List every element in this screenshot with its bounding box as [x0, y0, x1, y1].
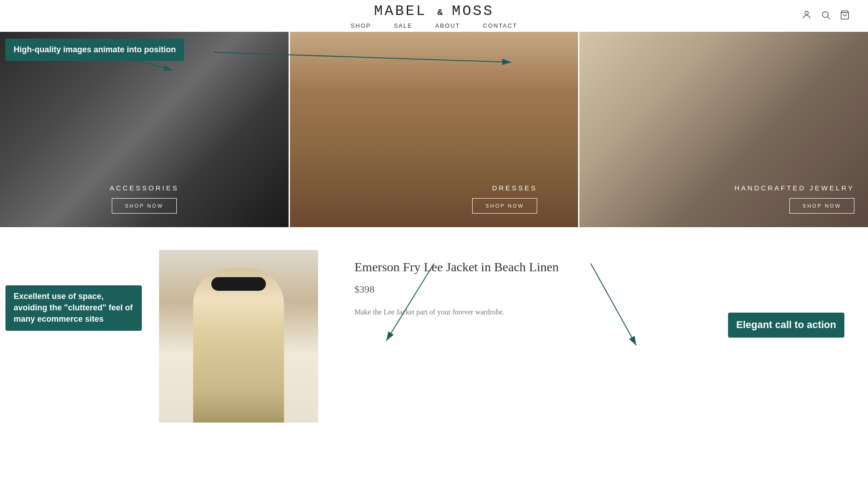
search-icon[interactable]	[821, 10, 831, 22]
main-nav: SHOP SALE ABOUT CONTACT	[351, 22, 518, 29]
hero-title-accessories: ACCESSORIES	[110, 184, 179, 192]
nav-shop[interactable]: SHOP	[351, 22, 371, 29]
site-header: MABEL & MOSS SHOP SALE ABOUT CONTACT	[0, 0, 868, 32]
hero-col-dresses: DRESSES SHOP NOW	[290, 32, 579, 227]
hero-content-accessories: ACCESSORIES SHOP NOW	[14, 184, 275, 214]
cart-icon[interactable]	[840, 10, 850, 22]
hero-btn-dresses[interactable]: SHOP NOW	[472, 198, 537, 214]
hero-col-jewelry: HANDCRAFTED JEWELRY SHOP NOW	[579, 32, 868, 227]
hero-divider-2	[578, 32, 579, 227]
nav-sale[interactable]: SALE	[394, 22, 412, 29]
annotation-images: High-quality images animate into positio…	[5, 39, 184, 61]
account-icon[interactable]	[802, 10, 812, 22]
svg-point-0	[805, 11, 808, 14]
product-price: $398	[354, 284, 709, 295]
annotation-cta: Elegant call to action	[728, 313, 844, 338]
logo-amp: &	[437, 7, 452, 18]
svg-line-2	[828, 17, 830, 19]
hero-content-dresses: DRESSES SHOP NOW	[304, 184, 565, 214]
hero-content-jewelry: HANDCRAFTED JEWELRY SHOP NOW	[593, 184, 854, 214]
logo-text-2: MOSS	[452, 3, 494, 20]
hero-section: ACCESSORIES SHOP NOW DRESSES SHOP NOW HA…	[0, 32, 868, 227]
product-info: Emerson Fry Lee Jacket in Beach Linen $3…	[354, 250, 709, 318]
site-logo: MABEL & MOSS	[374, 3, 494, 20]
hero-btn-jewelry[interactable]: SHOP NOW	[789, 198, 854, 214]
product-sunglasses-shape	[211, 277, 266, 291]
hero-title-dresses: DRESSES	[492, 184, 538, 192]
hero-title-jewelry: HANDCRAFTED JEWELRY	[734, 184, 854, 192]
annotation-space: Excellent use of space, avoiding the "cl…	[5, 285, 142, 331]
product-image	[159, 250, 318, 423]
nav-contact[interactable]: CONTACT	[483, 22, 518, 29]
product-title: Emerson Fry Lee Jacket in Beach Linen	[354, 259, 709, 275]
hero-col-accessories: ACCESSORIES SHOP NOW	[0, 32, 289, 227]
product-person-shape	[193, 268, 284, 423]
header-right	[759, 10, 850, 22]
logo-text-1: MABEL	[374, 3, 427, 20]
hero-divider-1	[289, 32, 290, 227]
header-center: MABEL & MOSS SHOP SALE ABOUT CONTACT	[109, 3, 759, 29]
product-description: Make the Lee Jacket part of your forever…	[354, 306, 709, 318]
svg-point-1	[823, 11, 828, 17]
hero-btn-accessories[interactable]: SHOP NOW	[112, 198, 177, 214]
nav-about[interactable]: ABOUT	[435, 22, 460, 29]
